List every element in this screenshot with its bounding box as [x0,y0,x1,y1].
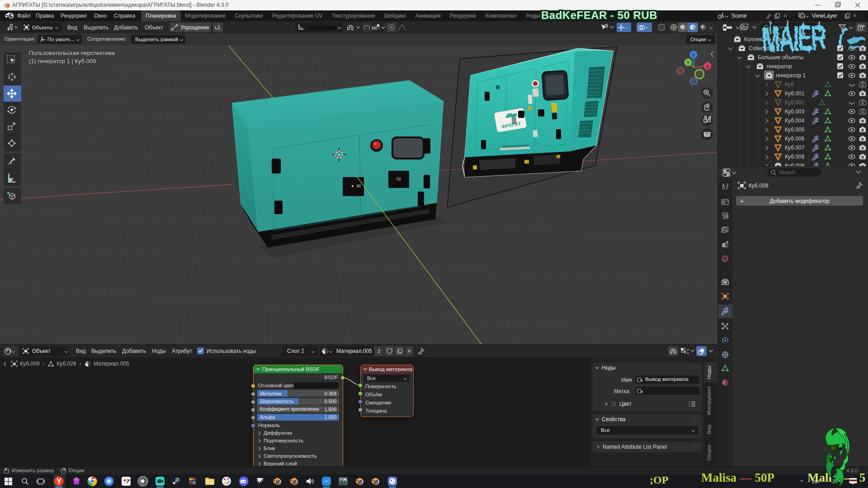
svg-text:Пользовательская перспектива: Пользовательская перспектива [29,50,115,56]
svg-text:Z: Z [692,53,695,57]
svg-text:(: ( [836,23,849,47]
svg-text:Y: Y [687,61,689,65]
svg-text:X: X [706,64,709,69]
svg-text:(1) генератор 1 | Куб.009: (1) генератор 1 | Куб.009 [29,58,96,65]
